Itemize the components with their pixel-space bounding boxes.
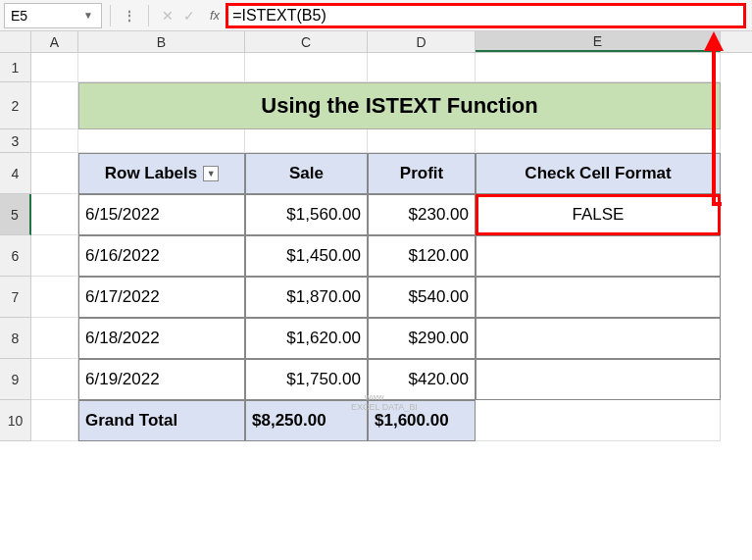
column-headers: A B C D E — [0, 31, 752, 53]
cell-c8[interactable]: $1,620.00 — [245, 318, 368, 359]
cell-d3[interactable] — [368, 129, 476, 153]
annotation-arrow-head-icon — [704, 31, 724, 51]
enter-icon[interactable]: ✓ — [178, 5, 200, 26]
cell-a2[interactable] — [31, 82, 78, 129]
cell-d9[interactable]: $420.00 — [368, 359, 476, 400]
formula-bar: E5 ▼ ⋮ ✕ ✓ fx =ISTEXT(B5) — [0, 0, 752, 31]
col-header-b[interactable]: B — [78, 31, 245, 52]
cell-d1[interactable] — [368, 53, 476, 82]
cell-e3[interactable] — [476, 129, 721, 153]
select-all-corner[interactable] — [0, 31, 31, 52]
cell-d7[interactable]: $540.00 — [368, 277, 476, 318]
cell-b7[interactable]: 6/17/2022 — [78, 277, 245, 318]
cell-e10[interactable] — [476, 400, 721, 441]
cell-d10[interactable]: $1,600.00 — [368, 400, 476, 441]
row-headers: 1 2 3 4 5 6 7 8 9 10 — [0, 53, 31, 441]
formula-text: =ISTEXT(B5) — [232, 7, 326, 25]
col-header-c[interactable]: C — [245, 31, 368, 52]
header-label: Row Labels — [105, 164, 197, 183]
cancel-icon[interactable]: ✕ — [157, 5, 178, 26]
header-row-labels[interactable]: Row Labels ▼ — [78, 153, 245, 194]
col-header-e[interactable]: E — [476, 31, 721, 52]
cell-a8[interactable] — [31, 318, 78, 359]
name-box-dropdown-icon[interactable]: ▼ — [81, 10, 95, 21]
cell-e6[interactable] — [476, 235, 721, 277]
cell-c6[interactable]: $1,450.00 — [245, 235, 368, 277]
row-header-2[interactable]: 2 — [0, 82, 31, 129]
row-header-4[interactable]: 4 — [0, 153, 31, 194]
row-header-7[interactable]: 7 — [0, 277, 31, 318]
cell-c5[interactable]: $1,560.00 — [245, 194, 368, 235]
cell-c3[interactable] — [245, 129, 368, 153]
cell-a6[interactable] — [31, 235, 78, 277]
cell-c7[interactable]: $1,870.00 — [245, 277, 368, 318]
cell-e7[interactable] — [476, 277, 721, 318]
row-header-1[interactable]: 1 — [0, 53, 31, 82]
table-row: 6/15/2022 $1,560.00 $230.00 FALSE — [31, 194, 721, 235]
col-header-d[interactable]: D — [368, 31, 476, 52]
formula-input[interactable]: =ISTEXT(B5) — [226, 3, 746, 28]
col-header-a[interactable]: A — [31, 31, 78, 52]
cell-e8[interactable] — [476, 318, 721, 359]
annotation-arrow-shaft — [712, 49, 716, 204]
annotation-arrow-corner — [712, 202, 722, 206]
cell-d5[interactable]: $230.00 — [368, 194, 476, 235]
cell-a1[interactable] — [31, 53, 78, 82]
row-header-6[interactable]: 6 — [0, 235, 31, 277]
name-box[interactable]: E5 ▼ — [4, 3, 102, 28]
header-check-format[interactable]: Check Cell Format — [476, 153, 721, 194]
cell-a3[interactable] — [31, 129, 78, 153]
row-header-3[interactable]: 3 — [0, 129, 31, 153]
row-header-5[interactable]: 5 — [0, 194, 31, 235]
cell-b5[interactable]: 6/15/2022 — [78, 194, 245, 235]
cell-b6[interactable]: 6/16/2022 — [78, 235, 245, 277]
cell-c10[interactable]: $8,250.00 — [245, 400, 368, 441]
cell-c1[interactable] — [245, 53, 368, 82]
row-header-8[interactable]: 8 — [0, 318, 31, 359]
header-profit[interactable]: Profit — [368, 153, 476, 194]
cell-b9[interactable]: 6/19/2022 — [78, 359, 245, 400]
cell-a10[interactable] — [31, 400, 78, 441]
cell-a7[interactable] — [31, 277, 78, 318]
cell-a5[interactable] — [31, 194, 78, 235]
cell-e5[interactable]: FALSE — [476, 194, 721, 235]
row-header-9[interactable]: 9 — [0, 359, 31, 400]
cell-d6[interactable]: $120.00 — [368, 235, 476, 277]
name-box-value: E5 — [11, 8, 27, 24]
table-row: 6/18/2022 $1,620.00 $290.00 — [31, 318, 721, 359]
cell-b10[interactable]: Grand Total — [78, 400, 245, 441]
table-row: Grand Total $8,250.00 $1,600.00 — [31, 400, 721, 441]
title-cell[interactable]: Using the ISTEXT Function — [78, 82, 721, 129]
cell-c9[interactable]: $1,750.00 — [245, 359, 368, 400]
cell-a4[interactable] — [31, 153, 78, 194]
table-row: 6/17/2022 $1,870.00 $540.00 — [31, 277, 721, 318]
divider — [148, 5, 149, 26]
row-header-10[interactable]: 10 — [0, 400, 31, 441]
range-colon-icon: ⋮ — [119, 5, 140, 26]
filter-dropdown-icon[interactable]: ▼ — [203, 166, 219, 181]
cell-grid: Using the ISTEXT Function Row Labels ▼ S… — [31, 53, 721, 441]
cell-b3[interactable] — [78, 129, 245, 153]
cell-b8[interactable]: 6/18/2022 — [78, 318, 245, 359]
cell-d8[interactable]: $290.00 — [368, 318, 476, 359]
table-row: 6/16/2022 $1,450.00 $120.00 — [31, 235, 721, 277]
fx-label[interactable]: fx — [210, 8, 220, 23]
cell-b1[interactable] — [78, 53, 245, 82]
cell-a9[interactable] — [31, 359, 78, 400]
header-sale[interactable]: Sale — [245, 153, 368, 194]
cell-e1[interactable] — [476, 53, 721, 82]
cell-e9[interactable] — [476, 359, 721, 400]
table-row: 6/19/2022 $1,750.00 $420.00 — [31, 359, 721, 400]
divider — [110, 5, 111, 26]
